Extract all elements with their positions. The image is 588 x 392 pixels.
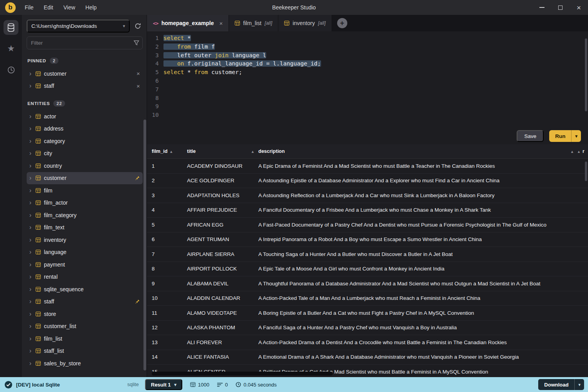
close-icon[interactable]: × (136, 83, 140, 89)
chevron-right-icon[interactable]: › (28, 311, 33, 317)
chevron-right-icon[interactable]: › (28, 261, 33, 268)
chevron-right-icon[interactable]: › (28, 298, 33, 305)
entity-item-staff[interactable]: ›staff (27, 296, 143, 308)
entity-item-staff_list[interactable]: ›staff_list (27, 345, 143, 358)
chevron-right-icon[interactable]: › (28, 175, 33, 181)
editor-scrollbar[interactable] (585, 38, 587, 111)
table-row[interactable]: 9ALABAMA DEVILA Thoughtful Panorama of a… (147, 276, 588, 291)
table-row[interactable]: 14ALICE FANTASIAA Emotional Drama of a A… (147, 350, 588, 365)
table-row[interactable]: 10ALADDIN CALENDARA Action-Packed Tale o… (147, 291, 588, 306)
result-selector[interactable]: Result 1 ▾ (145, 379, 182, 390)
table-row[interactable]: 7AIRPLANE SIERRAA Touching Saga of a Hun… (147, 247, 588, 262)
chevron-right-icon[interactable]: › (28, 150, 33, 156)
refresh-button[interactable] (132, 21, 143, 31)
table-row[interactable]: 4AFFAIR PREJUDICEA Fanciful Documentary … (147, 203, 588, 218)
connections-rail-button[interactable] (4, 20, 18, 35)
entity-item-film_text[interactable]: ›film_text (27, 221, 143, 234)
entity-item-sales_by_store[interactable]: ›sales_by_store (27, 357, 143, 370)
sidebar-scrollbar[interactable] (143, 120, 146, 370)
entity-item-language[interactable]: ›language (27, 246, 143, 259)
entity-item-city[interactable]: ›city (27, 147, 143, 160)
table-row[interactable]: 1ACADEMY DINOSAURA Epic Drama of a Femin… (147, 159, 588, 174)
menu-help[interactable]: Help (80, 1, 102, 14)
maximize-button[interactable] (551, 0, 570, 15)
close-tab-icon[interactable]: × (220, 20, 223, 27)
chevron-right-icon[interactable]: › (28, 286, 33, 292)
table-row[interactable]: 12ALASKA PHANTOMA Fanciful Saga of a Hun… (147, 321, 588, 336)
tab-film_list[interactable]: film_list[all] (229, 15, 278, 31)
chevron-right-icon[interactable]: › (28, 323, 33, 329)
entity-item-address[interactable]: ›address (27, 123, 143, 135)
chevron-right-icon[interactable]: › (28, 83, 33, 89)
tab-homepage_example[interactable]: <>homepage_example× (147, 15, 229, 31)
entity-item-film_list[interactable]: ›film_list (27, 332, 143, 345)
chevron-right-icon[interactable]: › (28, 237, 33, 243)
table-row[interactable]: 5AFRICAN EGGA Fast-Paced Documentary of … (147, 218, 588, 232)
download-options-button[interactable]: ▾ (574, 379, 584, 390)
new-tab-button[interactable]: + (337, 18, 347, 28)
chevron-right-icon[interactable]: › (28, 71, 33, 77)
filter-input[interactable] (27, 36, 143, 49)
close-window-button[interactable]: × (570, 0, 588, 15)
table-row[interactable]: 13ALI FOREVERA Action-Packed Drama of a … (147, 335, 588, 350)
entity-item-film_actor[interactable]: ›film_actor (27, 197, 143, 209)
chevron-right-icon[interactable]: › (28, 187, 33, 194)
entity-item-category[interactable]: ›category (27, 135, 143, 147)
chevron-right-icon[interactable]: › (28, 113, 33, 120)
column-header-title[interactable]: title▴ (187, 149, 258, 154)
table-row[interactable]: 11ALAMO VIDEOTAPEA Boring Epistle of a B… (147, 306, 588, 321)
entity-item-store[interactable]: ›store (27, 308, 143, 320)
minimize-button[interactable] (533, 0, 551, 15)
entity-item-rental[interactable]: ›rental (27, 271, 143, 283)
column-header-film_id[interactable]: film_id▴ (152, 149, 187, 154)
pinned-item-customer[interactable]: ›customer× (27, 67, 143, 80)
save-button[interactable]: Save (517, 130, 544, 142)
menu-view[interactable]: View (58, 1, 80, 14)
pinned-item-staff[interactable]: ›staff× (27, 80, 143, 93)
chevron-right-icon[interactable]: › (28, 360, 33, 367)
entity-item-film_category[interactable]: ›film_category (27, 209, 143, 221)
chevron-right-icon[interactable]: › (28, 224, 33, 230)
entity-item-country[interactable]: ›country (27, 160, 143, 172)
table-row[interactable]: 8AIRPORT POLLOCKA Epic Tale of a Moose A… (147, 262, 588, 277)
chevron-right-icon[interactable]: › (28, 163, 33, 169)
chevron-right-icon[interactable]: › (28, 138, 33, 144)
entity-item-inventory[interactable]: ›inventory (27, 234, 143, 246)
entity-item-payment[interactable]: ›payment (27, 258, 143, 271)
close-icon[interactable]: × (136, 70, 140, 77)
chevron-right-icon[interactable]: › (28, 125, 33, 132)
entity-item-customer[interactable]: ›customer (27, 172, 143, 185)
results-vertical-scrollbar[interactable] (585, 162, 587, 181)
history-rail-button[interactable] (4, 62, 18, 77)
entity-item-film[interactable]: ›film (27, 184, 143, 197)
entity-item-customer_list[interactable]: ›customer_list (27, 320, 143, 333)
entity-item-actor[interactable]: ›actor (27, 110, 143, 123)
code-area[interactable]: select * from film f left outer join lan… (163, 34, 588, 128)
chevron-right-icon[interactable]: › (28, 212, 33, 218)
run-button[interactable]: Run (549, 130, 571, 142)
results-horizontal-scrollbar[interactable] (152, 372, 333, 376)
menu-file[interactable]: File (20, 1, 39, 14)
tab-inventory[interactable]: inventory[all] (278, 15, 332, 31)
chevron-right-icon[interactable]: › (28, 336, 33, 342)
favorites-rail-button[interactable]: ★ (4, 41, 18, 56)
table-row[interactable]: 6AGENT TRUMANA Intrepid Panorama of a Ro… (147, 232, 588, 247)
run-options-button[interactable]: ▾ (571, 130, 581, 142)
connection-selector[interactable]: C:\Users\ghstng\Downloads ▾ (27, 20, 130, 33)
sort-asc-icon[interactable]: ▴ (571, 149, 573, 154)
entity-item-sqlite_sequence[interactable]: ›sqlite_sequence (27, 283, 143, 296)
sort-asc-icon[interactable]: ▴ (252, 149, 254, 154)
column-header-description[interactable]: description▴ (258, 149, 578, 154)
column-header-r[interactable]: ▴r (578, 149, 588, 154)
sort-asc-icon[interactable]: ▴ (578, 149, 580, 154)
sort-asc-icon[interactable]: ▴ (170, 149, 172, 154)
table-row[interactable]: 2ACE GOLDFINGERA Astounding Epistle of a… (147, 174, 588, 189)
table-row[interactable]: 3ADAPTATION HOLESA Astounding Reflection… (147, 188, 588, 203)
chevron-right-icon[interactable]: › (28, 249, 33, 255)
chevron-right-icon[interactable]: › (28, 274, 33, 280)
chevron-right-icon[interactable]: › (28, 348, 33, 354)
sql-editor[interactable]: 12345678910 select * from film f left ou… (147, 31, 588, 128)
download-button[interactable]: Download (538, 379, 574, 390)
chevron-right-icon[interactable]: › (28, 200, 33, 206)
menu-edit[interactable]: Edit (39, 1, 58, 14)
